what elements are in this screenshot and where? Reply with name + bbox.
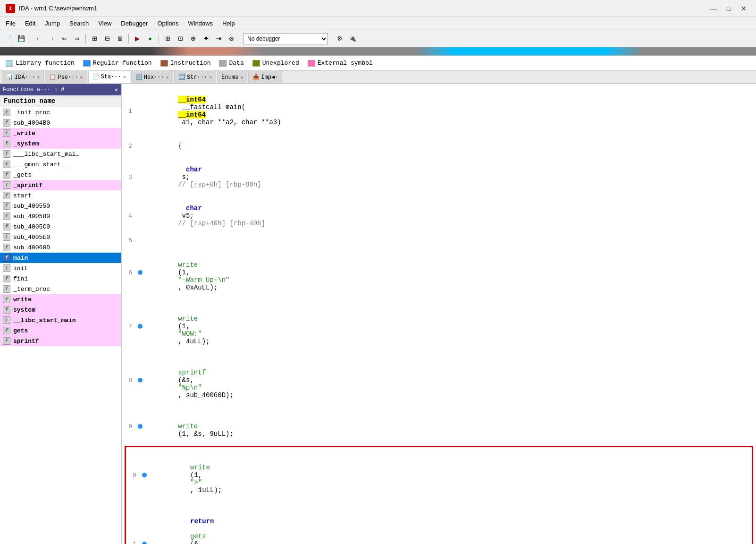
tab-str-close[interactable]: ✕ — [209, 75, 212, 80]
toolbar-save[interactable]: 💾 — [16, 33, 27, 44]
sidebar-item-init-proc[interactable]: f _init_proc — [0, 107, 121, 118]
code-line-6: 6 write (1, "-Warm Up-\n" , 0xAuLL); — [122, 246, 756, 299]
toolbar-btn6[interactable]: ⊕ — [187, 33, 199, 44]
title-bar: I IDA - wm1 C:\sevn\pwn\wm1 — □ ✕ — [0, 0, 756, 17]
tab-str[interactable]: 🔤 Str··· ✕ — [174, 71, 216, 83]
window-controls[interactable]: — □ ✕ — [707, 4, 750, 13]
legend-unexplored-color — [252, 60, 260, 67]
toolbar-back2[interactable]: ⇐ — [59, 33, 70, 44]
menu-jump[interactable]: Jump — [41, 19, 64, 28]
toolbar-fwd2[interactable]: ⇒ — [71, 33, 83, 44]
window-title: IDA - wm1 C:\sevn\pwn\wm1 — [19, 5, 97, 12]
tab-enums-close[interactable]: ✕ — [240, 75, 243, 80]
tab-imp-label: Imp◄· — [261, 74, 278, 81]
toolbar-back[interactable]: ← — [33, 33, 44, 44]
sidebar-item-start[interactable]: f start — [0, 190, 121, 201]
function-name: _term_proc — [13, 286, 50, 293]
sidebar-close-icon[interactable]: ✕ — [115, 86, 118, 94]
legend-data-color — [219, 60, 227, 67]
tab-hex-close[interactable]: ✕ — [166, 75, 169, 80]
debugger-select[interactable]: No debugger — [243, 33, 328, 44]
menu-edit[interactable]: Edit — [21, 19, 39, 28]
sidebar-item-sprintf-ext[interactable]: f sprintf — [0, 336, 121, 346]
function-list: f _init_proc f sub_4004B0 f _write f _sy… — [0, 107, 121, 544]
tab-pse[interactable]: 📋 Pse··· ✕ — [45, 71, 87, 83]
breakpoint-dot — [142, 473, 147, 477]
menu-search[interactable]: Search — [66, 19, 92, 28]
sidebar-item-init[interactable]: f init — [0, 263, 121, 273]
tab-bar: 📊 IDA··· ✕ 📋 Pse··· ✕ 📄 Sta··· ✕ 🔢 Hex··… — [0, 71, 756, 84]
menu-options[interactable]: Options — [153, 19, 182, 28]
tab-pse-close[interactable]: ✕ — [80, 75, 83, 80]
sidebar-item-write-ext[interactable]: f write — [0, 294, 121, 305]
sidebar-item-sub400580[interactable]: f sub_400580 — [0, 211, 121, 221]
function-name: ___gmon_start__ — [13, 161, 68, 168]
code-func-write: write — [178, 423, 198, 430]
tab-hex[interactable]: 🔢 Hex··· ✕ — [131, 71, 173, 83]
toolbar-btn5[interactable]: ⊠ — [114, 33, 126, 44]
code-string: "-Warm Up-\n" — [178, 276, 229, 284]
sidebar-item-write[interactable]: f _write — [0, 128, 121, 138]
tab-sta[interactable]: 📄 Sta··· ✕ — [88, 71, 130, 83]
legend-instruction-label: Instruction — [170, 60, 211, 67]
line-number: 9 — [122, 423, 136, 430]
toolbar-new[interactable]: 📄 — [3, 33, 14, 44]
legend-data-label: Data — [229, 60, 244, 67]
code-line-11: 1 return gets (& v5 , ">" ); — [126, 502, 752, 544]
toolbar-step[interactable]: ⊞ — [162, 33, 173, 44]
sidebar-item-libc-start-main[interactable]: f ___libc_start_mai… — [0, 149, 121, 159]
function-name: sprintf — [13, 338, 39, 345]
sidebar-item-sub400550[interactable]: f sub_400550 — [0, 201, 121, 211]
code-text — [178, 166, 186, 173]
code-text: __fastcall main( — [178, 103, 245, 111]
toolbar-plugin[interactable]: 🔌 — [347, 33, 358, 44]
sidebar-item-sub4004b0[interactable]: f sub_4004B0 — [0, 118, 121, 128]
sidebar-item-libc-start-main-ext[interactable]: f __libc_start_main — [0, 315, 121, 325]
menu-help[interactable]: Help — [218, 19, 239, 28]
toolbar-run[interactable]: ▶ — [132, 33, 143, 44]
maximize-button[interactable]: □ — [722, 4, 735, 13]
menu-file[interactable]: File — [2, 19, 19, 28]
sidebar-item-sub4005e0[interactable]: f sub_4005E0 — [0, 232, 121, 242]
sidebar-item-gets-ext[interactable]: f gets — [0, 325, 121, 336]
code-area[interactable]: 1 __int64 __fastcall main( __int64 a1, c… — [122, 84, 756, 544]
minimize-button[interactable]: — — [707, 4, 720, 13]
tab-sta-close[interactable]: ✕ — [123, 74, 126, 80]
tab-ida-close[interactable]: ✕ — [37, 75, 40, 80]
menu-debugger[interactable]: Debugger — [117, 19, 151, 28]
tab-ida[interactable]: 📊 IDA··· ✕ — [2, 71, 44, 83]
toolbar-btn9[interactable]: ⊗ — [226, 33, 237, 44]
code-line-3: 3 char s; // [rsp+0h] [rbp-80h] — [122, 158, 756, 196]
menu-view[interactable]: View — [94, 19, 115, 28]
sidebar-item-fini[interactable]: f fini — [0, 273, 121, 284]
code-text: (&s, — [178, 376, 198, 384]
tab-ida-icon: 📊 — [6, 74, 13, 81]
sidebar-item-gmon-start[interactable]: f ___gmon_start__ — [0, 159, 121, 170]
code-line-1: 1 __int64 __fastcall main( __int64 a1, c… — [122, 88, 756, 134]
toolbar-btn7[interactable]: ✦ — [200, 33, 211, 44]
toolbar-settings[interactable]: ⚙ — [334, 33, 345, 44]
toolbar-sep-3 — [128, 34, 129, 43]
sidebar-item-sprintf[interactable]: f _sprintf — [0, 180, 121, 190]
toolbar-forward[interactable]: → — [46, 33, 57, 44]
toolbar-btn3[interactable]: ⊞ — [89, 33, 100, 44]
sidebar-item-gets[interactable]: f _gets — [0, 170, 121, 180]
function-name: sub_4005C0 — [13, 223, 50, 230]
sidebar-item-main[interactable]: f main — [0, 253, 121, 263]
line-content: char v5; // [rsp+40h] [rbp-40h] — [144, 197, 756, 235]
sidebar-item-sub40060d[interactable]: f sub_40060D — [0, 242, 121, 253]
menu-windows[interactable]: Windows — [184, 19, 217, 28]
f-badge: f — [3, 140, 10, 147]
tab-imp[interactable]: 📥 Imp◄· — [248, 71, 282, 83]
toolbar-run2[interactable]: ● — [144, 33, 156, 44]
toolbar-btn4[interactable]: ⊟ — [101, 33, 113, 44]
f-badge: f — [3, 119, 10, 127]
tab-enums[interactable]: Enums ✕ — [217, 71, 247, 83]
sidebar-item-term-proc[interactable]: f _term_proc — [0, 284, 121, 294]
toolbar-step2[interactable]: ⊡ — [175, 33, 186, 44]
sidebar-item-system-ext[interactable]: f system — [0, 305, 121, 315]
sidebar-item-system[interactable]: f _system — [0, 138, 121, 149]
toolbar-btn8[interactable]: ⇥ — [213, 33, 224, 44]
close-button[interactable]: ✕ — [737, 4, 750, 13]
sidebar-item-sub4005c0[interactable]: f sub_4005C0 — [0, 221, 121, 232]
